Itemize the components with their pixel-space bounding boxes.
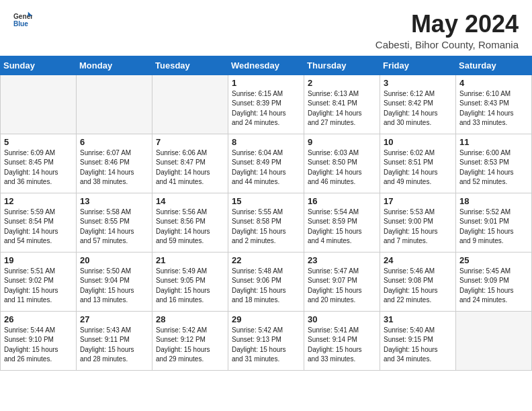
table-cell: 6Sunrise: 6:07 AMSunset: 8:46 PMDaylight… (77, 134, 152, 193)
day-number: 6 (80, 137, 148, 147)
cell-content: Sunrise: 5:47 AMSunset: 9:07 PMDaylight:… (308, 267, 376, 306)
day-number: 10 (384, 137, 452, 147)
table-cell (1, 75, 77, 134)
day-number: 16 (308, 196, 376, 206)
table-cell: 9Sunrise: 6:03 AMSunset: 8:50 PMDaylight… (304, 134, 380, 193)
header-wednesday: Wednesday (228, 56, 304, 75)
cell-content: Sunrise: 5:48 AMSunset: 9:06 PMDaylight:… (232, 267, 300, 306)
table-cell: 19Sunrise: 5:51 AMSunset: 9:02 PMDayligh… (1, 252, 77, 311)
cell-content: Sunrise: 5:46 AMSunset: 9:08 PMDaylight:… (384, 267, 452, 306)
day-number: 20 (80, 255, 148, 265)
day-number: 9 (308, 137, 376, 147)
cell-content: Sunrise: 6:13 AMSunset: 8:41 PMDaylight:… (308, 89, 376, 128)
table-cell: 16Sunrise: 5:54 AMSunset: 8:59 PMDayligh… (304, 193, 380, 252)
title-block: May 2024 Cabesti, Bihor County, Romania (375, 11, 519, 50)
week-row-4: 19Sunrise: 5:51 AMSunset: 9:02 PMDayligh… (1, 252, 532, 311)
cell-content: Sunrise: 5:42 AMSunset: 9:13 PMDaylight:… (232, 326, 300, 365)
table-cell: 21Sunrise: 5:49 AMSunset: 9:05 PMDayligh… (152, 252, 228, 311)
table-cell: 1Sunrise: 6:15 AMSunset: 8:39 PMDaylight… (228, 75, 304, 134)
table-cell (152, 75, 228, 134)
day-number: 12 (4, 196, 73, 206)
cell-content: Sunrise: 6:00 AMSunset: 8:53 PMDaylight:… (459, 148, 528, 187)
day-number: 25 (459, 255, 528, 265)
cell-content: Sunrise: 6:10 AMSunset: 8:43 PMDaylight:… (459, 89, 528, 128)
cell-content: Sunrise: 5:40 AMSunset: 9:15 PMDaylight:… (384, 326, 452, 365)
table-cell: 18Sunrise: 5:52 AMSunset: 9:01 PMDayligh… (456, 193, 532, 252)
cell-content: Sunrise: 5:52 AMSunset: 9:01 PMDaylight:… (459, 208, 528, 246)
cell-content: Sunrise: 6:06 AMSunset: 8:47 PMDaylight:… (156, 148, 224, 187)
cell-content: Sunrise: 5:55 AMSunset: 8:58 PMDaylight:… (232, 208, 300, 246)
month-title: May 2024 (375, 11, 519, 38)
cell-content: Sunrise: 6:02 AMSunset: 8:51 PMDaylight:… (384, 148, 452, 187)
table-cell: 28Sunrise: 5:42 AMSunset: 9:12 PMDayligh… (152, 311, 228, 370)
day-number: 28 (156, 314, 224, 324)
header-sunday: Sunday (1, 56, 77, 75)
cell-content: Sunrise: 5:49 AMSunset: 9:05 PMDaylight:… (156, 267, 224, 306)
cell-content: Sunrise: 6:15 AMSunset: 8:39 PMDaylight:… (232, 89, 300, 128)
table-cell: 10Sunrise: 6:02 AMSunset: 8:51 PMDayligh… (380, 134, 456, 193)
day-number: 4 (459, 78, 528, 88)
cell-content: Sunrise: 5:43 AMSunset: 9:11 PMDaylight:… (80, 326, 148, 365)
day-number: 1 (232, 78, 300, 88)
cell-content: Sunrise: 5:51 AMSunset: 9:02 PMDaylight:… (4, 267, 73, 306)
table-cell (456, 311, 532, 370)
table-cell: 13Sunrise: 5:58 AMSunset: 8:55 PMDayligh… (77, 193, 152, 252)
location-subtitle: Cabesti, Bihor County, Romania (375, 39, 519, 50)
cell-content: Sunrise: 6:03 AMSunset: 8:50 PMDaylight:… (308, 148, 376, 187)
table-cell: 3Sunrise: 6:12 AMSunset: 8:42 PMDaylight… (380, 75, 456, 134)
logo: General Blue (13, 11, 32, 30)
table-cell: 7Sunrise: 6:06 AMSunset: 8:47 PMDaylight… (152, 134, 228, 193)
table-cell (77, 75, 152, 134)
cell-content: Sunrise: 6:12 AMSunset: 8:42 PMDaylight:… (384, 89, 452, 128)
day-number: 15 (232, 196, 300, 206)
cell-content: Sunrise: 5:50 AMSunset: 9:04 PMDaylight:… (80, 267, 148, 306)
table-cell: 22Sunrise: 5:48 AMSunset: 9:06 PMDayligh… (228, 252, 304, 311)
table-cell: 8Sunrise: 6:04 AMSunset: 8:49 PMDaylight… (228, 134, 304, 193)
table-cell: 31Sunrise: 5:40 AMSunset: 9:15 PMDayligh… (380, 311, 456, 370)
cell-content: Sunrise: 5:53 AMSunset: 9:00 PMDaylight:… (384, 208, 452, 246)
calendar-table: Sunday Monday Tuesday Wednesday Thursday… (0, 56, 532, 371)
header-friday: Friday (380, 56, 456, 75)
cell-content: Sunrise: 5:56 AMSunset: 8:56 PMDaylight:… (156, 208, 224, 246)
week-row-1: 1Sunrise: 6:15 AMSunset: 8:39 PMDaylight… (1, 75, 532, 134)
day-number: 11 (459, 137, 528, 147)
table-cell: 29Sunrise: 5:42 AMSunset: 9:13 PMDayligh… (228, 311, 304, 370)
day-number: 3 (384, 78, 452, 88)
table-cell: 15Sunrise: 5:55 AMSunset: 8:58 PMDayligh… (228, 193, 304, 252)
cell-content: Sunrise: 5:59 AMSunset: 8:54 PMDaylight:… (4, 208, 73, 246)
day-number: 21 (156, 255, 224, 265)
logo-icon: General Blue (13, 11, 32, 30)
cell-content: Sunrise: 6:09 AMSunset: 8:45 PMDaylight:… (4, 148, 73, 187)
table-cell: 2Sunrise: 6:13 AMSunset: 8:41 PMDaylight… (304, 75, 380, 134)
day-number: 22 (232, 255, 300, 265)
day-number: 14 (156, 196, 224, 206)
header-tuesday: Tuesday (152, 56, 228, 75)
day-number: 31 (384, 314, 452, 324)
cell-content: Sunrise: 5:44 AMSunset: 9:10 PMDaylight:… (4, 326, 73, 365)
day-number: 19 (4, 255, 73, 265)
day-number: 29 (232, 314, 300, 324)
header-saturday: Saturday (456, 56, 532, 75)
week-row-5: 26Sunrise: 5:44 AMSunset: 9:10 PMDayligh… (1, 311, 532, 370)
header-monday: Monday (77, 56, 152, 75)
day-number: 24 (384, 255, 452, 265)
table-cell: 12Sunrise: 5:59 AMSunset: 8:54 PMDayligh… (1, 193, 77, 252)
table-cell: 24Sunrise: 5:46 AMSunset: 9:08 PMDayligh… (380, 252, 456, 311)
table-cell: 5Sunrise: 6:09 AMSunset: 8:45 PMDaylight… (1, 134, 77, 193)
table-cell: 11Sunrise: 6:00 AMSunset: 8:53 PMDayligh… (456, 134, 532, 193)
table-cell: 30Sunrise: 5:41 AMSunset: 9:14 PMDayligh… (304, 311, 380, 370)
cell-content: Sunrise: 5:45 AMSunset: 9:09 PMDaylight:… (459, 267, 528, 306)
day-number: 30 (308, 314, 376, 324)
cell-content: Sunrise: 6:07 AMSunset: 8:46 PMDaylight:… (80, 148, 148, 187)
header-thursday: Thursday (304, 56, 380, 75)
day-number: 26 (4, 314, 73, 324)
day-number: 7 (156, 137, 224, 147)
day-number: 2 (308, 78, 376, 88)
table-cell: 27Sunrise: 5:43 AMSunset: 9:11 PMDayligh… (77, 311, 152, 370)
table-cell: 26Sunrise: 5:44 AMSunset: 9:10 PMDayligh… (1, 311, 77, 370)
svg-text:Blue: Blue (13, 20, 28, 28)
day-number: 18 (459, 196, 528, 206)
day-number: 27 (80, 314, 148, 324)
table-cell: 14Sunrise: 5:56 AMSunset: 8:56 PMDayligh… (152, 193, 228, 252)
day-number: 23 (308, 255, 376, 265)
